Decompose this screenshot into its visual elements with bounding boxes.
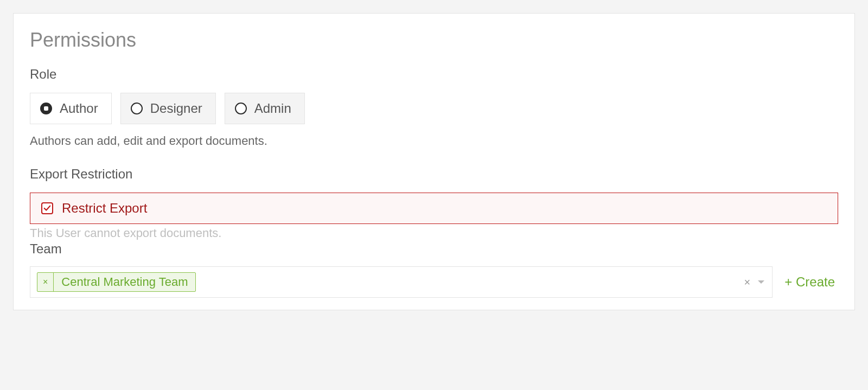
chevron-down-icon[interactable] [757,278,765,286]
chip-label: Central Marketing Team [54,273,195,291]
restrict-export-label: Restrict Export [62,201,147,216]
team-section-label: Team [30,241,838,257]
role-section-label: Role [30,67,838,82]
team-multiselect[interactable]: × Central Marketing Team × [30,266,773,298]
team-row: × Central Marketing Team × + Create [30,266,838,298]
role-option-author[interactable]: Author [30,93,112,124]
team-chip: × Central Marketing Team [37,272,196,292]
role-option-admin[interactable]: Admin [225,93,305,124]
select-controls: × [744,277,766,287]
restrict-export-toggle[interactable]: Restrict Export [30,193,838,224]
role-option-label: Author [60,101,98,116]
permissions-panel: Permissions Role Author Designer Admin A… [13,13,855,310]
radio-icon [131,103,143,114]
role-option-label: Designer [150,101,202,116]
export-restriction-hint: This User cannot export documents. [30,226,838,240]
team-chips: × Central Marketing Team [37,272,196,292]
radio-icon [235,103,247,114]
clear-icon[interactable]: × [744,277,751,287]
role-options: Author Designer Admin [30,93,838,124]
role-option-designer[interactable]: Designer [120,93,216,124]
chip-remove-icon[interactable]: × [37,273,54,291]
page-title: Permissions [30,29,838,52]
role-hint: Authors can add, edit and export documen… [30,134,838,148]
radio-selected-icon [40,103,52,114]
role-option-label: Admin [254,101,291,116]
export-restriction-label: Export Restriction [30,167,838,182]
create-team-button[interactable]: + Create [781,266,838,298]
checkbox-checked-icon [41,202,53,214]
create-label: + Create [784,274,835,290]
